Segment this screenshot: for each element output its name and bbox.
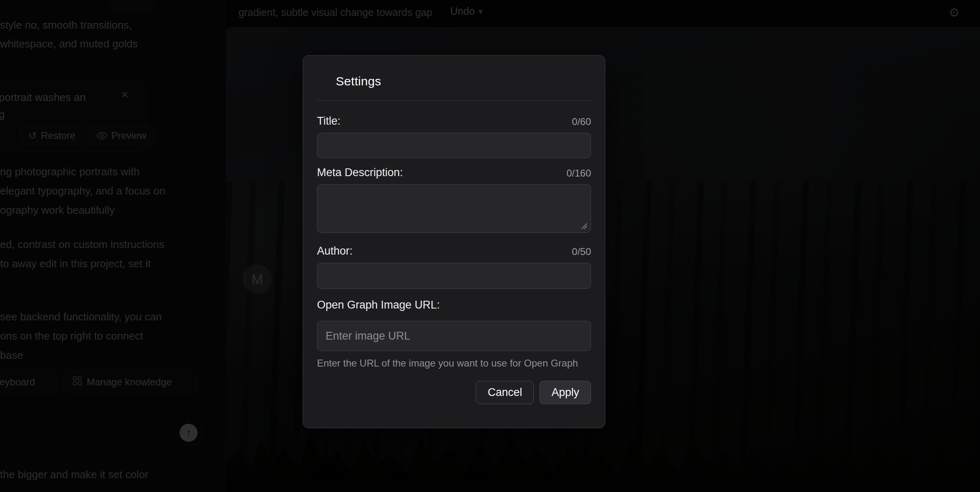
modal-divider: [317, 101, 591, 101]
meta-description-label: Meta Description:: [317, 166, 403, 179]
app-window: style no, smooth transitions, whitespace…: [0, 0, 980, 492]
modal-title: Settings: [336, 74, 591, 88]
title-counter: 0/60: [572, 116, 591, 127]
author-counter: 0/50: [572, 246, 591, 257]
author-field-row: Author: 0/50: [317, 245, 591, 257]
author-label: Author:: [317, 245, 353, 257]
meta-description-textarea[interactable]: [317, 184, 591, 233]
settings-modal: Settings Title: 0/60 Meta Description: 0…: [303, 55, 605, 428]
author-input[interactable]: [317, 263, 591, 289]
og-image-label: Open Graph Image URL:: [317, 299, 440, 311]
apply-button[interactable]: Apply: [539, 381, 591, 404]
title-field-row: Title: 0/60: [317, 115, 591, 127]
title-input[interactable]: [317, 133, 591, 158]
meta-description-field-row: Meta Description: 0/160: [317, 166, 591, 179]
cancel-button[interactable]: Cancel: [476, 381, 534, 404]
og-image-helper-text: Enter the URL of the image you want to u…: [317, 358, 591, 369]
modal-button-row: Cancel Apply: [317, 381, 591, 404]
title-label: Title:: [317, 115, 341, 127]
og-image-field-row: Open Graph Image URL:: [317, 299, 591, 311]
og-image-url-input[interactable]: [317, 321, 591, 351]
resize-grip-icon[interactable]: [580, 222, 587, 229]
meta-description-textarea-wrap: [317, 184, 591, 233]
meta-description-counter: 0/160: [566, 168, 591, 179]
